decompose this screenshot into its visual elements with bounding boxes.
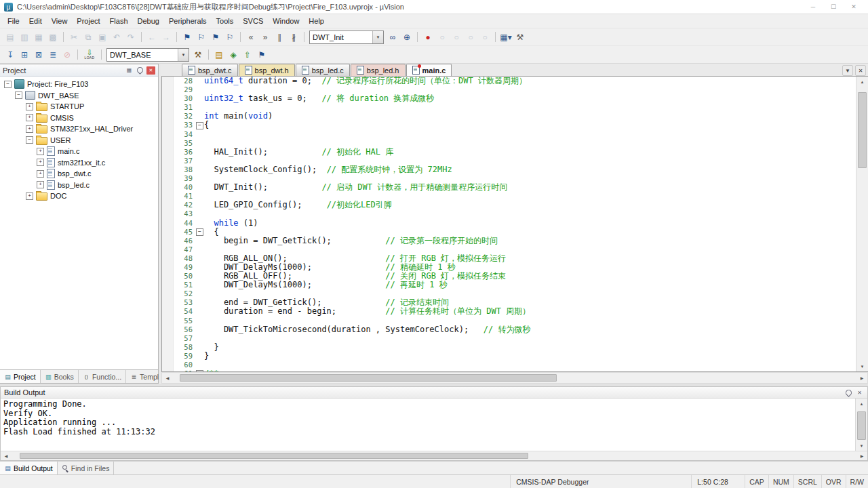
collapse-icon[interactable]: − (15, 92, 22, 99)
breakpoint-margin[interactable] (162, 228, 174, 237)
code-text[interactable]: end = DWT_GetTick(); // 记录结束时间 (204, 298, 856, 307)
project-panel-close-icon[interactable]: ✕ (146, 66, 155, 75)
breakpoint-margin[interactable] (162, 112, 174, 121)
breakpoint-margin[interactable] (162, 237, 174, 245)
save-all-icon[interactable]: ▩ (46, 30, 60, 44)
code-text[interactable]: DWT_TickToMicrosecond(duration , SystemC… (204, 325, 856, 334)
build-output-close-icon[interactable]: ✕ (855, 388, 864, 396)
minimize-button[interactable]: ─ (803, 1, 823, 13)
editor-horizontal-scrollbar[interactable]: ◀ ▶ (161, 372, 868, 384)
panel-tab-functio[interactable]: ()Functio... (79, 370, 126, 383)
breakpoint-margin[interactable] (162, 209, 174, 218)
code-text[interactable]: begin = DWT_GetTick(); // 记录第一段程序开始的时间 (204, 237, 856, 245)
breakpoint-margin[interactable] (162, 192, 174, 201)
batch-build-icon[interactable]: ≣ (46, 48, 60, 62)
bookmark-next-icon[interactable]: ⚑ (209, 30, 222, 44)
reset-icon[interactable]: ○ (478, 30, 492, 44)
breakpoint-margin[interactable] (162, 165, 174, 174)
code-text[interactable] (204, 174, 856, 183)
code-text[interactable]: uint64_t duration = 0; // 记录程序运行所花的时间（单位… (204, 77, 856, 85)
output-vertical-scrollbar[interactable]: ▲ ▼ (855, 399, 867, 451)
bookmark-toggle-icon[interactable]: ⚑ (180, 30, 194, 44)
tree-item-cmsis[interactable]: +CMSIS (0, 113, 158, 124)
tab-bsp-dwt-h[interactable]: bsp_dwt.h (239, 64, 295, 76)
menu-help[interactable]: Help (304, 16, 329, 26)
tree-item-project-fire-f103[interactable]: −Project: Fire_F103 (0, 79, 158, 90)
comment-icon[interactable]: ∥ (273, 30, 286, 44)
tree-item-doc[interactable]: +DOC (0, 190, 158, 202)
breakpoint-margin[interactable] (162, 289, 174, 298)
expand-icon[interactable]: + (37, 181, 44, 188)
breakpoint-margin[interactable] (162, 317, 174, 325)
tree-item-startup[interactable]: +STARTUP (0, 101, 158, 113)
code-text[interactable]: { (204, 228, 856, 237)
build-icon[interactable]: ⊞ (18, 48, 31, 62)
expand-icon[interactable]: + (37, 159, 44, 166)
breakpoint-margin[interactable] (162, 343, 174, 352)
autohide-pin-icon[interactable] (136, 66, 144, 75)
code-text[interactable] (204, 317, 856, 325)
code-text[interactable]: } (204, 343, 856, 352)
tree-item-main-c[interactable]: +main.c (0, 146, 158, 157)
tab-main-c[interactable]: main.c (406, 64, 452, 76)
fold-collapse-icon[interactable]: − (196, 228, 203, 236)
code-text[interactable]: RGB_ALL_ON(); // 打开 RGB 灯，模拟任务运行 (204, 254, 856, 263)
target-combo[interactable]: DWT_BASE▼ (106, 48, 189, 62)
code-text[interactable] (204, 209, 856, 218)
nav-forward-icon[interactable]: → (159, 30, 173, 44)
expand-icon[interactable]: + (26, 125, 33, 133)
output-scroll-right-icon[interactable]: ▶ (856, 451, 867, 460)
menu-svcs[interactable]: SVCS (238, 16, 268, 26)
step-icon[interactable]: ○ (464, 30, 477, 44)
close-button[interactable]: ✕ (844, 1, 864, 13)
breakpoint-margin[interactable] (162, 325, 174, 334)
code-text[interactable] (204, 157, 856, 165)
save-icon[interactable]: ▦ (32, 30, 45, 44)
tree-item-bsp-led-c[interactable]: +bsp_led.c (0, 180, 158, 191)
download-button[interactable]: ⇩LOAD (81, 47, 98, 62)
tab-bsp-led-h[interactable]: bsp_led.h (351, 64, 406, 76)
code-text[interactable]: { (204, 121, 856, 129)
scroll-right-icon[interactable]: ▶ (856, 373, 867, 383)
breakpoint-margin[interactable] (162, 139, 174, 148)
dropdown-arrow-icon[interactable]: ▼ (372, 31, 383, 43)
breakpoint-margin[interactable] (162, 174, 174, 183)
collapse-icon[interactable]: − (4, 81, 12, 88)
tree-item-bsp-dwt-c[interactable]: +bsp_dwt.c (0, 168, 158, 180)
code-text[interactable] (204, 334, 856, 343)
vertical-scroll-thumb[interactable] (858, 92, 867, 168)
panel-tab-books[interactable]: ▥Books (41, 370, 79, 383)
breakpoint-margin[interactable] (162, 130, 174, 139)
code-text[interactable] (204, 85, 856, 94)
tree-item-dwt-base[interactable]: −DWT_BASE (0, 90, 158, 102)
flag-icon[interactable]: ⚑ (255, 48, 269, 62)
breakpoint-margin[interactable] (162, 369, 174, 371)
build-output-text[interactable]: Programming Done.Verify OK.Application r… (1, 399, 855, 451)
breakpoint-margin[interactable] (162, 121, 174, 129)
indent-right-icon[interactable]: » (258, 30, 272, 44)
tree-item-stm32f1xx-it-c[interactable]: +stm32f1xx_it.c (0, 157, 158, 169)
code-text[interactable] (204, 245, 856, 254)
bottom-tab-build-output[interactable]: ▤Build Output (0, 462, 58, 474)
breakpoint-margin[interactable] (162, 77, 174, 85)
breakpoint-margin[interactable] (162, 263, 174, 272)
options-for-target-icon[interactable]: ⚒ (191, 48, 205, 62)
editor-vertical-scrollbar[interactable]: ▲ ▼ (856, 77, 868, 371)
breakpoint-margin[interactable] (162, 281, 174, 289)
breakpoint-margin[interactable] (162, 272, 174, 281)
find-in-files-icon[interactable]: ∞ (386, 30, 399, 44)
output-horizontal-scrollbar[interactable]: ◀ ▶ (1, 451, 867, 460)
scroll-left-icon[interactable]: ◀ (162, 373, 173, 383)
menu-debug[interactable]: Debug (133, 16, 164, 26)
tab-bsp-dwt-c[interactable]: bsp_dwt.c (182, 64, 238, 76)
code-text[interactable] (204, 130, 856, 139)
breakpoint-margin[interactable] (162, 334, 174, 343)
bookmark-clear-icon[interactable]: ⚐ (223, 30, 237, 44)
output-vscroll-track[interactable] (856, 409, 867, 441)
code-text[interactable]: DWT_DelayMs(1000); // 精确延时 1 秒 (204, 263, 856, 272)
expand-icon[interactable]: + (26, 103, 33, 110)
menu-file[interactable]: File (3, 16, 24, 26)
code-text[interactable]: RGB_ALL_OFF(); // 关闭 RGB 灯，模拟任务结束 (204, 272, 856, 281)
debug-windows-icon[interactable]: ▦▾ (499, 30, 513, 44)
breakpoint-margin[interactable] (162, 298, 174, 307)
